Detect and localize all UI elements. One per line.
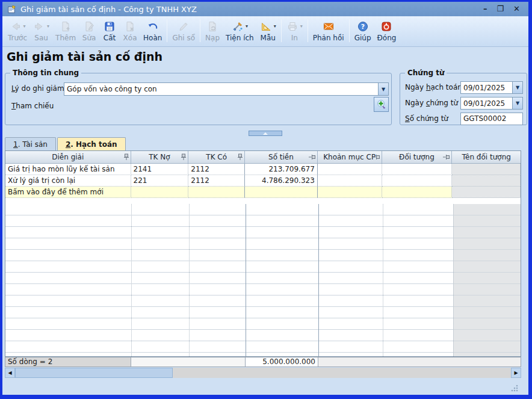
column-header-dien-giai[interactable]: Diễn giải bbox=[5, 151, 131, 163]
undo-icon bbox=[147, 20, 159, 32]
toolbar-button-tien-ich[interactable]: ▾ Tiện ích bbox=[223, 19, 257, 43]
toolbar-button-dong[interactable]: Đóng bbox=[374, 19, 400, 43]
toolbar-button-phan-hoi[interactable]: Phản hồi bbox=[310, 19, 347, 43]
toolbar-button-cat[interactable]: Cất bbox=[99, 19, 120, 43]
cell-tk-no[interactable]: 221 bbox=[131, 175, 189, 187]
refresh-doc-icon bbox=[206, 20, 218, 32]
toolbar-button-in[interactable]: ▾ In bbox=[283, 19, 306, 43]
window-title: Ghi giảm tài sản cố định - Công ty TNHH … bbox=[20, 5, 483, 14]
cell-doi-tuong[interactable] bbox=[382, 175, 453, 187]
dropdown-caret-icon[interactable]: ▾ bbox=[300, 24, 303, 29]
tab-hach-toan[interactable]: 2. Hạch toán bbox=[57, 137, 126, 150]
toolbar-separator bbox=[200, 19, 200, 42]
toolbar-button-giup[interactable]: ? Giúp bbox=[351, 19, 374, 43]
toolbar-separator bbox=[308, 19, 308, 42]
reason-label: Lý do ghi giảm bbox=[11, 84, 64, 93]
toolbar-button-sua[interactable]: Sửa bbox=[79, 19, 99, 43]
cell-dien-giai[interactable]: Giá trị hao mòn lũy kế tài sản bbox=[5, 164, 131, 175]
reason-value[interactable]: Góp vốn vào công ty con bbox=[64, 83, 378, 95]
column-header-ten-doi-tuong[interactable]: Tên đối tượng bbox=[452, 151, 521, 163]
column-header-doi-tuong[interactable]: Đối tượng bbox=[382, 151, 453, 163]
accounting-grid: Diễn giải TK Nợ TK Có Số tiền Khoản mục … bbox=[5, 150, 521, 357]
ruler-icon bbox=[260, 20, 272, 32]
column-header-khoan-muc-cp[interactable]: Khoản mục CP bbox=[318, 151, 382, 163]
pencil-icon bbox=[178, 20, 190, 32]
dropdown-caret-icon[interactable]: ▾ bbox=[274, 24, 276, 29]
scrollbar-track[interactable] bbox=[173, 368, 511, 378]
pin-icon[interactable] bbox=[308, 153, 316, 162]
dropdown-caret-icon[interactable]: ▾ bbox=[47, 24, 49, 29]
pin-icon[interactable] bbox=[181, 153, 187, 163]
toolbar-button-truoc[interactable]: ▾ Trước bbox=[5, 19, 30, 43]
grid-summary-row: Số dòng = 2 5.000.000.000 bbox=[5, 357, 521, 367]
doc-delete-icon bbox=[124, 20, 136, 32]
cell-tk-co[interactable]: 2112 bbox=[188, 164, 245, 175]
pin-icon[interactable] bbox=[442, 153, 450, 162]
scroll-right-icon[interactable]: ▶ bbox=[511, 368, 521, 378]
document-date-value[interactable]: 09/01/2025 bbox=[461, 97, 512, 109]
tab-bar: 1. Tài sản 2. Hạch toán bbox=[5, 137, 126, 150]
titlebar: Ghi giảm tài sản cố định - Công ty TNHH … bbox=[2, 2, 528, 16]
cell-doi-tuong[interactable] bbox=[382, 164, 453, 175]
cell-so-tien[interactable]: 4.786.290.323 bbox=[245, 175, 318, 187]
toolbar-button-nap[interactable]: Nạp bbox=[202, 19, 223, 43]
posting-date-value[interactable]: 09/01/2025 bbox=[461, 82, 512, 93]
save-floppy-icon bbox=[104, 20, 116, 32]
tools-icon bbox=[232, 20, 244, 32]
arrow-left-icon bbox=[10, 20, 22, 32]
arrow-right-icon bbox=[33, 20, 45, 32]
chevron-down-icon[interactable]: ▼ bbox=[378, 83, 388, 95]
minimize-button[interactable]: – bbox=[483, 5, 487, 13]
document-number-label: Số chứng từ bbox=[405, 114, 448, 123]
chevron-down-icon[interactable]: ▼ bbox=[512, 82, 522, 93]
cell-tk-no[interactable]: 2141 bbox=[131, 164, 189, 175]
scroll-left-icon[interactable]: ◀ bbox=[5, 368, 15, 378]
add-new-row-text[interactable]: Bấm vào đây để thêm mới bbox=[5, 187, 131, 198]
column-header-tk-co[interactable]: TK Có bbox=[188, 151, 245, 163]
maximize-button[interactable]: ❐ bbox=[496, 5, 504, 13]
pin-icon[interactable] bbox=[373, 153, 380, 162]
toolbar: ▾ Trước ▾ Sau Thêm Sửa Cất Xóa Hoàn bbox=[2, 16, 528, 47]
reason-combobox[interactable]: Góp vốn vào công ty con ▼ bbox=[64, 82, 389, 96]
scrollbar-thumb[interactable] bbox=[15, 368, 173, 378]
toolbar-button-them[interactable]: Thêm bbox=[52, 19, 79, 43]
readonly-column-background bbox=[453, 204, 521, 356]
toolbar-button-xoa[interactable]: Xóa bbox=[120, 19, 140, 43]
total-amount: 5.000.000.000 bbox=[246, 357, 318, 367]
toolbar-separator bbox=[349, 19, 350, 42]
document-date-picker[interactable]: 09/01/2025 ▼ bbox=[460, 97, 523, 110]
window-border-top bbox=[0, 0, 532, 2]
cell-so-tien[interactable]: 213.709.677 bbox=[245, 164, 318, 175]
close-button[interactable]: ✕ bbox=[513, 5, 520, 13]
posting-date-picker[interactable]: 09/01/2025 ▼ bbox=[460, 81, 523, 94]
splitter-collapse-button[interactable] bbox=[249, 131, 282, 136]
horizontal-scrollbar[interactable]: ◀ ▶ bbox=[5, 368, 521, 378]
dropdown-caret-icon[interactable]: ▾ bbox=[23, 24, 26, 29]
column-header-so-tien[interactable]: Số tiền bbox=[245, 151, 318, 163]
cell-khoan-muc-cp[interactable] bbox=[318, 175, 382, 187]
cell-dien-giai[interactable]: Xử lý giá trị còn lại bbox=[5, 175, 131, 187]
toolbar-button-sau[interactable]: ▾ Sau bbox=[30, 19, 52, 43]
add-new-row[interactable]: Bấm vào đây để thêm mới bbox=[5, 187, 521, 198]
tab-tai-san[interactable]: 1. Tài sản bbox=[5, 137, 56, 150]
posting-date-label: Ngày hạch toán bbox=[405, 83, 462, 91]
toolbar-button-ghi-so[interactable]: Ghi sổ bbox=[169, 19, 198, 43]
add-reference-button[interactable] bbox=[374, 97, 389, 112]
collapse-up-icon bbox=[263, 132, 268, 135]
page-title: Ghi giảm tài sản cố định bbox=[7, 50, 162, 63]
pin-icon[interactable] bbox=[123, 153, 129, 163]
app-icon bbox=[7, 5, 16, 14]
dropdown-caret-icon[interactable]: ▾ bbox=[246, 24, 248, 29]
toolbar-button-mau[interactable]: ▾ Mẫu bbox=[257, 19, 279, 43]
window-border-bottom bbox=[0, 395, 532, 399]
chevron-down-icon[interactable]: ▼ bbox=[512, 97, 522, 109]
group-legend: Thông tin chung bbox=[10, 69, 81, 77]
app-window: Ghi giảm tài sản cố định - Công ty TNHH … bbox=[0, 0, 532, 399]
resize-grip[interactable] bbox=[510, 384, 519, 394]
toolbar-button-hoan[interactable]: Hoàn bbox=[140, 19, 165, 43]
column-header-tk-no[interactable]: TK Nợ bbox=[131, 151, 189, 163]
cell-tk-co[interactable]: 2112 bbox=[188, 175, 245, 187]
cell-khoan-muc-cp[interactable] bbox=[318, 164, 382, 175]
document-number-input[interactable]: GGTS00002 bbox=[460, 113, 523, 125]
pin-icon[interactable] bbox=[237, 153, 243, 163]
